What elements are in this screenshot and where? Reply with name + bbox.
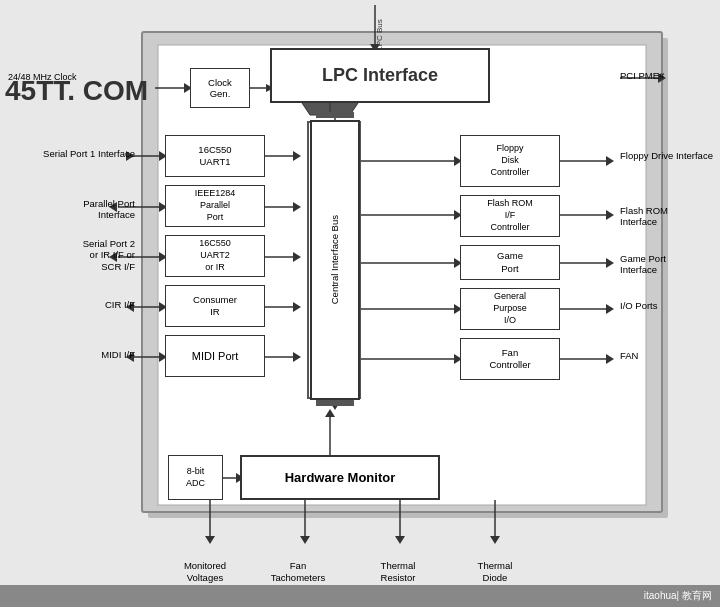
hw-monitor-label: Hardware Monitor xyxy=(285,470,396,485)
thermal-diode-label: ThermalDiode xyxy=(455,560,535,585)
game-port-label: Game Port xyxy=(497,250,523,275)
svg-marker-40 xyxy=(606,304,614,314)
flash-rom-block: Flash ROM I/F Controller xyxy=(460,195,560,237)
thermal-resistor-label: ThermalResistor xyxy=(358,560,438,585)
midi-if-label: MIDI I/F xyxy=(5,349,135,360)
monitored-voltages-label: MonitoredVoltages xyxy=(165,560,245,585)
svg-marker-20 xyxy=(293,302,301,312)
svg-marker-78 xyxy=(316,112,354,118)
flash-rom-label: Flash ROM I/F Controller xyxy=(487,198,533,233)
svg-marker-22 xyxy=(293,352,301,362)
svg-marker-16 xyxy=(293,202,301,212)
svg-marker-10 xyxy=(330,402,340,410)
fan-tachometers-label: FanTachometers xyxy=(258,560,338,585)
svg-marker-8 xyxy=(330,110,340,118)
footer-bar: itaohua| 教育网 xyxy=(0,585,720,607)
uart2-block: 16C550 UART2 or IR xyxy=(165,235,265,277)
svg-marker-79 xyxy=(316,400,354,406)
hw-monitor-block: Hardware Monitor xyxy=(240,455,440,500)
fan-controller-label: Fan Controller xyxy=(489,347,530,372)
lpc-interface-label: LPC Interface xyxy=(322,65,438,86)
floppy-label: Floppy Disk Controller xyxy=(490,143,529,178)
svg-marker-74 xyxy=(325,409,335,417)
clock-gen-label: Clock Gen. xyxy=(208,77,232,100)
svg-text:LPC Bus: LPC Bus xyxy=(375,19,384,51)
parallel-port-label: Parallel PortInterface xyxy=(5,198,135,221)
midi-block: MIDI Port xyxy=(165,335,265,377)
svg-marker-70 xyxy=(395,536,405,544)
svg-marker-68 xyxy=(300,536,310,544)
game-port-if-label: Game PortInterface xyxy=(620,253,720,276)
svg-marker-18 xyxy=(293,252,301,262)
footer-text: itaohua| 教育网 xyxy=(644,589,712,603)
midi-label: MIDI Port xyxy=(192,349,238,363)
svg-marker-36 xyxy=(606,210,614,220)
game-port-block: Game Port xyxy=(460,245,560,280)
parallel-block: IEEE1284 Parallel Port xyxy=(165,185,265,227)
cir-label: CIR I/F xyxy=(5,299,135,310)
fan-label: FAN xyxy=(620,350,720,361)
uart1-block: 16C550 UART1 xyxy=(165,135,265,177)
fan-controller-block: Fan Controller xyxy=(460,338,560,380)
consumer-ir-block: Consumer IR xyxy=(165,285,265,327)
svg-marker-34 xyxy=(606,156,614,166)
io-ports-label: I/O Ports xyxy=(620,300,720,311)
uart1-label: 16C550 UART1 xyxy=(198,144,231,169)
pci-pme-label: PCI PME# xyxy=(620,70,720,81)
clock-gen-block: Clock Gen. xyxy=(190,68,250,108)
floppy-block: Floppy Disk Controller xyxy=(460,135,560,187)
consumer-ir-label: Consumer IR xyxy=(193,294,237,319)
svg-marker-38 xyxy=(606,258,614,268)
serial-port2-label: Serial Port 2or IR I/F orSCR I/F xyxy=(5,238,135,272)
mhz-label: 24/48 MHz Clock xyxy=(8,72,77,83)
adc-block: 8-bit ADC xyxy=(168,455,223,500)
serial-port1-label: Serial Port 1 Interface xyxy=(5,148,135,159)
uart2-label: 16C550 UART2 or IR xyxy=(199,238,231,273)
floppy-drive-label: Floppy Drive Interface xyxy=(620,150,720,161)
gpio-block: General Purpose I/O xyxy=(460,288,560,330)
parallel-label: IEEE1284 Parallel Port xyxy=(195,188,236,223)
svg-marker-66 xyxy=(205,536,215,544)
gpio-label: General Purpose I/O xyxy=(493,291,527,326)
svg-marker-42 xyxy=(606,354,614,364)
central-bus-block: Central Interface Bus xyxy=(310,120,360,400)
lpc-interface-block: LPC Interface xyxy=(270,48,490,103)
central-bus-label: Central Interface Bus xyxy=(329,215,340,304)
svg-marker-14 xyxy=(293,151,301,161)
svg-rect-0 xyxy=(148,38,668,518)
diagram-container: LPC Bus xyxy=(0,0,720,607)
svg-marker-72 xyxy=(490,536,500,544)
adc-label: 8-bit ADC xyxy=(186,466,205,489)
flash-rom-if-label: Flash ROMInterface xyxy=(620,205,720,228)
